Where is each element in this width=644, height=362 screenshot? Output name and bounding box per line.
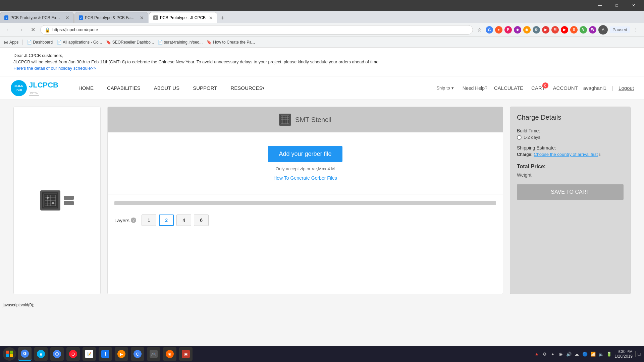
maximize-button[interactable]: □	[609, 0, 625, 11]
layer-option-1[interactable]: 1	[142, 215, 156, 226]
logo[interactable]: @JLC PCB JLCPCB BETA	[10, 79, 58, 97]
taskbar-chrome[interactable]	[50, 347, 64, 361]
browser-tab-3[interactable]: ● PCB Prototype - JLCPCB ✕	[149, 12, 217, 23]
bookmark-seo-reseller[interactable]: 🔖 SEOReseller Dashbo...	[106, 40, 154, 45]
back-button[interactable]: ←	[4, 25, 13, 35]
pcb-tab-area	[40, 190, 74, 210]
logo-text: JLCPCB	[29, 81, 58, 89]
shipping-label: Shipping Estimate:	[517, 145, 624, 150]
pcb-icon	[40, 190, 60, 210]
taskbar-orange[interactable]: ◉	[163, 347, 176, 361]
bookmark-apps[interactable]: ⊞ Apps	[4, 40, 18, 45]
tray-icon-battery[interactable]: 🔋	[606, 351, 612, 357]
taskbar-start-button[interactable]	[3, 347, 16, 361]
tray-icon-volume[interactable]: 🔈	[598, 351, 604, 357]
taskbar-game[interactable]: 🎮	[147, 347, 160, 361]
ext-icon-v[interactable]: V	[580, 26, 587, 34]
tray-icon-2[interactable]: ⚙	[542, 351, 548, 357]
tray-icon-1[interactable]: 🔺	[534, 351, 540, 357]
taskbar-red-app[interactable]: ▣	[179, 347, 193, 361]
build-time-value-row: 1-2 days	[517, 135, 624, 140]
add-gerber-button[interactable]: Add your gerber file	[268, 146, 342, 162]
taskbar-facebook[interactable]: f	[99, 347, 112, 361]
tray-icon-network[interactable]: 📶	[590, 351, 596, 357]
tray-icon-5[interactable]: 🔊	[566, 351, 572, 357]
forward-button[interactable]: →	[16, 25, 25, 35]
bookmark-howto[interactable]: 🔖 How to Create the Pa...	[207, 40, 255, 45]
generate-gerber-link[interactable]: How To Generate Gerber Files	[273, 175, 337, 181]
layer-option-6[interactable]: 6	[194, 215, 209, 226]
taskbar-chromium[interactable]: C	[131, 347, 144, 361]
ext-icon-1[interactable]: G	[486, 26, 493, 34]
svg-point-15	[47, 197, 49, 199]
tray-icon-4[interactable]: ◉	[558, 351, 564, 357]
nav-home[interactable]: HOME	[72, 76, 100, 100]
taskbar-opera[interactable]: O	[66, 347, 80, 361]
ext-icon-yt[interactable]: ▶	[561, 26, 568, 34]
nav-about[interactable]: ABOUT US	[147, 76, 186, 100]
choose-country-link[interactable]: Choose the country of arrival first	[534, 152, 598, 157]
nav-capabilities[interactable]: CAPABILITIES	[100, 76, 147, 100]
layer-option-2[interactable]: 2	[159, 215, 174, 226]
tab-close-1[interactable]: ✕	[65, 15, 69, 20]
svg-point-16	[52, 202, 54, 204]
show-desktop-button[interactable]: □	[635, 351, 641, 357]
browser-tab-1[interactable]: J PCB Prototype & PCB Fabricati... ✕	[0, 12, 74, 23]
layers-help-icon[interactable]: ?	[131, 218, 136, 223]
browser-nav-icons: ☆ G ● P ◆ ◉ ⚙ ▶ M ▶ S V W A Paused ⋮	[476, 25, 640, 35]
profile-button[interactable]: A	[598, 25, 608, 35]
ext-icon-5[interactable]: ◉	[523, 26, 531, 34]
nav-username[interactable]: avaghani1	[583, 85, 606, 91]
tab-favicon-3: ●	[153, 15, 158, 20]
tab-close-3[interactable]: ✕	[209, 15, 213, 20]
ext-icon-s[interactable]: S	[570, 26, 578, 34]
ext-icon-7[interactable]: ▶	[542, 26, 549, 34]
save-to-cart-button[interactable]: SAVE TO CART	[517, 184, 624, 200]
taskbar-vlc[interactable]: ▶	[115, 347, 128, 361]
taskbar-tray: 🔺 ⚙ ● ◉ 🔊 ☁ 🔵 📶 🔈 🔋	[534, 351, 612, 357]
refresh-button[interactable]: ✕	[28, 25, 38, 35]
smt-stencil-title: SMT-Stencil	[295, 116, 331, 124]
tray-icon-6[interactable]: ☁	[574, 351, 580, 357]
tab-close-2[interactable]: ✕	[140, 15, 144, 20]
build-time-radio[interactable]	[517, 135, 522, 140]
taskbar-right: 🔺 ⚙ ● ◉ 🔊 ☁ 🔵 📶 🔈 🔋 9:30 PM 1/20/2019 □	[534, 349, 641, 359]
taskbar-notepad[interactable]: 📝	[83, 347, 96, 361]
layer-option-4[interactable]: 4	[176, 215, 191, 226]
svg-rect-28	[10, 354, 13, 357]
more-button[interactable]: ⋮	[632, 26, 640, 34]
new-tab-button[interactable]: +	[218, 13, 227, 23]
shipping-info-icon[interactable]: ℹ	[599, 152, 601, 157]
nav-support[interactable]: SUPPORT	[186, 76, 224, 100]
ext-icon-wc[interactable]: W	[589, 26, 596, 34]
bookmark-dashboard[interactable]: 📄 Dashboard	[27, 40, 53, 45]
bookmark-star-icon[interactable]: ☆	[476, 26, 484, 34]
browser-tab-2[interactable]: J PCB Prototype & PCB Fabricati... ✕	[74, 12, 148, 23]
ext-icon-6[interactable]: ⚙	[533, 26, 540, 34]
layers-options: 1 2 4 6	[142, 215, 209, 226]
bookmark-all-apps[interactable]: 📄 All applications - Go...	[57, 40, 102, 45]
nav-resources[interactable]: RESOURCES	[224, 76, 271, 100]
ext-icon-2[interactable]: ●	[495, 26, 502, 34]
ship-to[interactable]: Ship to ▾	[436, 85, 453, 90]
tray-icon-3[interactable]: ●	[550, 351, 556, 357]
address-bar[interactable]: 🔒 https://jlcpcb.com/quote	[40, 25, 473, 35]
smt-stencil-header: SMT-Stencil	[108, 107, 503, 132]
nav-cart[interactable]: CART 0	[529, 85, 548, 91]
close-button[interactable]: ✕	[626, 0, 641, 11]
need-help[interactable]: Need Help?	[463, 85, 487, 91]
bookmark-surat[interactable]: 📄 surat-training.in/seo...	[158, 40, 203, 45]
ext-icon-gmail[interactable]: M	[551, 26, 559, 34]
announcement-link[interactable]: Here's the detail of our holiday schedul…	[13, 66, 96, 71]
nav-calculate[interactable]: CALCULATE	[494, 85, 523, 91]
taskbar-browser[interactable]: G	[18, 347, 32, 361]
nav-logout[interactable]: Logout	[619, 85, 634, 91]
minimize-button[interactable]: —	[592, 0, 608, 11]
ext-icon-3[interactable]: P	[504, 26, 512, 34]
ext-icon-4[interactable]: ◆	[514, 26, 521, 34]
tab-favicon-2: J	[79, 15, 83, 20]
taskbar-ie[interactable]: e	[34, 347, 48, 361]
nav-account[interactable]: ACCOUNT	[553, 85, 578, 91]
tray-icon-7[interactable]: 🔵	[582, 351, 588, 357]
paused-indicator[interactable]: Paused	[610, 26, 630, 33]
